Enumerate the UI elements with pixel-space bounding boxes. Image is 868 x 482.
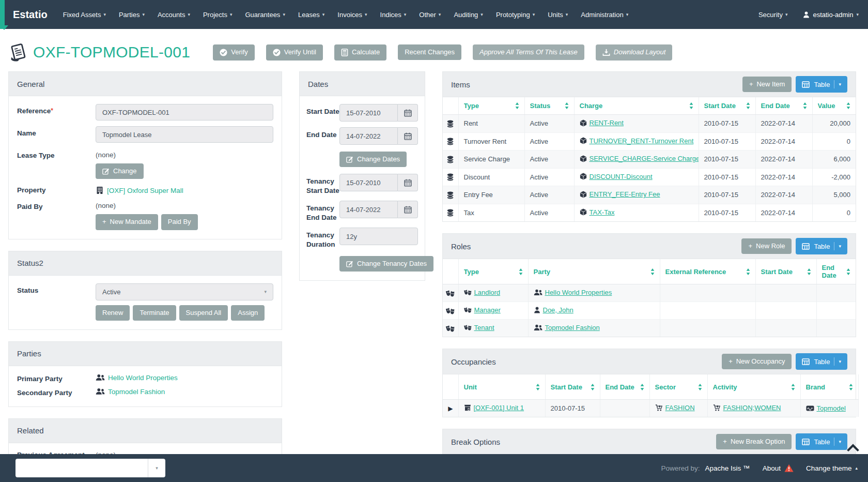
change-dates-button[interactable]: Change Dates <box>339 152 407 167</box>
change-tenancy-dates-button[interactable]: Change Tenancy Dates <box>339 256 433 272</box>
nav-menu-accounts[interactable]: Accounts▾ <box>158 11 190 19</box>
occupancies-table-view-button[interactable]: Table ▾ <box>796 353 847 370</box>
charge-link[interactable]: TAX-Tax <box>580 208 615 216</box>
new-item-button[interactable]: + New Item <box>742 77 792 92</box>
approve-all-terms-button[interactable]: Approve All Terms Of This Lease <box>473 44 584 60</box>
end-date-input[interactable] <box>339 127 398 145</box>
tenancy-duration-input[interactable] <box>339 228 418 245</box>
apache-isis-link[interactable]: Apache Isis ™ <box>705 464 750 472</box>
app-brand[interactable]: Estatio <box>5 9 63 21</box>
nav-menu-units[interactable]: Units▾ <box>548 11 568 19</box>
change-lease-type-button[interactable]: Change <box>96 163 144 179</box>
nav-menu-guarantees[interactable]: Guarantees▾ <box>245 11 285 19</box>
cell-end-date: 2022-07-14 <box>755 168 812 186</box>
name-input[interactable] <box>96 126 273 143</box>
start-date-input[interactable] <box>339 104 398 122</box>
tenancy-end-date-input[interactable] <box>339 201 398 218</box>
property-link[interactable]: [OXF] Oxford Super Mall <box>96 186 183 194</box>
charge-link[interactable]: RENT-Rent <box>580 119 624 127</box>
nav-menu-administration[interactable]: Administration▾ <box>581 11 628 19</box>
items-table-view-button[interactable]: Table ▾ <box>796 76 847 93</box>
column-header-start-date[interactable]: Start Date <box>545 374 600 400</box>
recent-changes-button[interactable]: Recent Changes <box>398 44 461 60</box>
chevron-down-icon: ▾ <box>365 12 367 17</box>
column-header-type[interactable]: Type <box>458 97 524 115</box>
status-select[interactable]: Active ▾ <box>96 283 273 300</box>
new-break-option-button[interactable]: + New Break Option <box>716 434 792 449</box>
charge-link[interactable]: TURNOVER_RENT-Turnover Rent <box>580 137 694 145</box>
column-header-activity[interactable]: Activity <box>707 374 800 400</box>
new-role-button[interactable]: + New Role <box>741 238 792 254</box>
nav-menu-parties[interactable]: Parties▾ <box>119 11 145 19</box>
column-header-end-date[interactable]: End Date <box>755 97 812 115</box>
paid-by-button[interactable]: Paid By <box>161 214 198 230</box>
context-select[interactable]: ▾ <box>16 459 165 477</box>
suspend-all-button[interactable]: Suspend All <box>179 305 228 321</box>
cell-end-date: 2022-07-14 <box>755 186 812 204</box>
column-header-external-reference[interactable]: External Reference <box>660 259 755 284</box>
column-header-end-date[interactable]: End Date <box>816 259 856 284</box>
column-header-unit[interactable]: Unit <box>458 374 545 400</box>
nav-menu-prototyping[interactable]: Prototyping▾ <box>496 11 535 19</box>
sector-link[interactable]: FASHION <box>655 404 695 412</box>
brand-link[interactable]: Topmodel <box>806 404 846 412</box>
new-occupancy-button[interactable]: + New Occupancy <box>722 354 792 369</box>
end-date-calendar-button[interactable] <box>398 127 418 145</box>
column-header-type[interactable]: Type <box>458 259 528 284</box>
column-header-party[interactable]: Party <box>528 259 660 284</box>
nav-menu-leases[interactable]: Leases▾ <box>298 11 324 19</box>
tenancy-start-date-input[interactable] <box>339 174 398 191</box>
nav-menu-security[interactable]: Security▾ <box>758 11 788 19</box>
charge-link[interactable]: ENTRY_FEE-Entry Fee <box>580 190 660 198</box>
new-mandate-button[interactable]: + New Mandate <box>96 214 158 230</box>
download-icon <box>602 49 610 56</box>
role-type-link[interactable]: Landlord <box>464 289 501 296</box>
change-theme-link[interactable]: Change theme ▴ <box>806 464 858 472</box>
nav-menu-auditing[interactable]: Auditing▾ <box>454 11 483 19</box>
reference-input[interactable] <box>96 104 273 120</box>
sort-icon <box>803 102 807 109</box>
column-header-start-date[interactable]: Start Date <box>699 97 755 115</box>
party-link[interactable]: Hello World Properties <box>534 289 612 296</box>
chevron-down-icon: ▾ <box>626 12 629 17</box>
verify-until-button[interactable]: Verify Until <box>266 44 323 61</box>
nav-menu-fixed-assets[interactable]: Fixed Assets▾ <box>63 11 106 19</box>
nav-menu-invoices[interactable]: Invoices▾ <box>337 11 367 19</box>
charge-link[interactable]: SERVICE_CHARGE-Service Charge <box>580 155 699 162</box>
primary-party-link[interactable]: Hello World Properties <box>96 374 178 382</box>
break-options-table-view-button[interactable]: Table ▾ <box>796 433 847 450</box>
terminate-button[interactable]: Terminate <box>133 305 176 321</box>
nav-menu-projects[interactable]: Projects▾ <box>203 11 233 19</box>
start-date-calendar-button[interactable] <box>398 104 418 122</box>
expand-row-icon[interactable]: ▶ <box>448 405 453 412</box>
user-menu[interactable]: estatio-admin ▾ <box>803 11 859 19</box>
chevron-down-icon: ▾ <box>856 12 859 17</box>
column-header-sector[interactable]: Sector <box>649 374 707 400</box>
unit-link[interactable]: [OXF-001] Unit 1 <box>464 404 524 412</box>
party-link[interactable]: Doe, John <box>534 306 574 314</box>
activity-link[interactable]: FASHION;WOMEN <box>713 404 781 412</box>
roles-table-view-button[interactable]: Table ▾ <box>796 238 847 254</box>
role-type-link[interactable]: Manager <box>464 306 501 314</box>
calculate-button[interactable]: Calculate <box>334 44 386 61</box>
party-link[interactable]: Topmodel Fashion <box>534 324 600 332</box>
column-header-brand[interactable]: Brand <box>800 374 858 400</box>
column-header-start-date[interactable]: Start Date <box>755 259 816 284</box>
about-link[interactable]: About <box>763 464 794 472</box>
column-header-end-date[interactable]: End Date <box>600 374 649 400</box>
tenancy-end-calendar-button[interactable] <box>398 201 418 218</box>
renew-button[interactable]: Renew <box>96 305 130 321</box>
secondary-party-link[interactable]: Topmodel Fashion <box>96 388 165 396</box>
role-type-link[interactable]: Tenant <box>464 324 494 332</box>
nav-menu-other[interactable]: Other▾ <box>419 11 441 19</box>
charge-link[interactable]: DISCOUNT-Discount <box>580 173 653 180</box>
column-header-value[interactable]: Value <box>812 97 856 115</box>
verify-button[interactable]: Verify <box>213 44 255 61</box>
nav-menu-indices[interactable]: Indices▾ <box>380 11 407 19</box>
download-layout-button[interactable]: Download Layout <box>596 44 672 61</box>
tenancy-start-calendar-button[interactable] <box>398 174 418 191</box>
column-header-status[interactable]: Status <box>524 97 574 115</box>
scroll-to-top-button[interactable] <box>846 443 860 452</box>
assign-button[interactable]: Assign <box>231 305 265 321</box>
column-header-charge[interactable]: Charge <box>574 97 699 115</box>
